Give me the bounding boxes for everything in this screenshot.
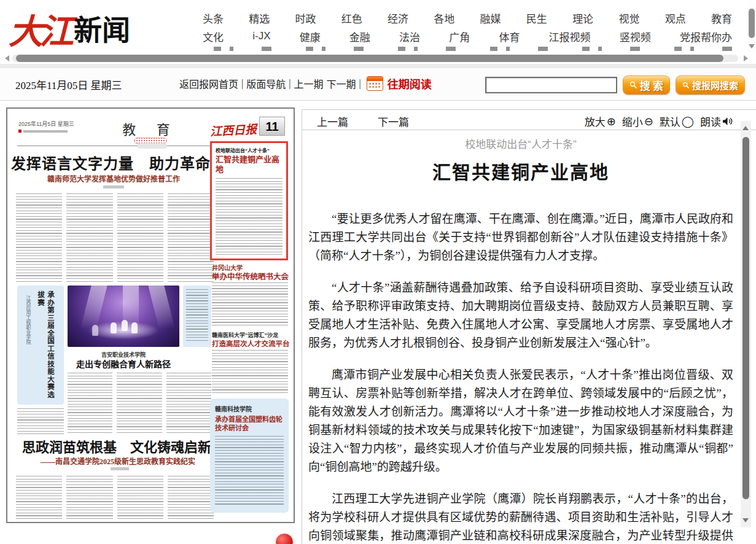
horizontal-scrollbar[interactable] (4, 54, 748, 63)
article-paragraph: 鹰潭市铜产业发展中心相关负责人张爱民表示，“人才十条”推出岗位晋级、双聘互认、房… (308, 366, 733, 476)
paper-author-blur (111, 467, 129, 470)
paper-photo-headline: 走出专创融合育人新路径 (68, 357, 179, 370)
paper-plastic-gear-kicker: 赣南科技学院 (215, 404, 284, 413)
selected-article-title: 汇智共建铜产业高地 (216, 155, 283, 174)
newsprint-text-block (216, 178, 283, 257)
scrollbar-thumb[interactable] (16, 55, 723, 62)
paper-photo-caption-box (183, 286, 211, 347)
scrollbar-thumb[interactable] (749, 9, 755, 38)
nav-item[interactable]: 视觉 (618, 10, 639, 26)
zoom-out-icon: ⊖ (644, 116, 653, 127)
nav-item[interactable]: 体育 (499, 29, 520, 44)
scrollbar-track[interactable] (12, 55, 738, 62)
article-kicker: 校地联动出台“人才十条” (308, 136, 733, 151)
paper-subhead-bottom: ——南昌交通学院2025级新生思政教育实践纪实 (22, 456, 214, 467)
paper-section-title: 教 育 (81, 119, 220, 138)
scroll-down-arrow-icon[interactable] (749, 44, 755, 49)
nav-item[interactable]: 竖视频 (620, 29, 651, 44)
paper-vertical-headline: 承办第三届全国工信技能大赛选拔赛 (36, 291, 55, 405)
newsprint-text-block (68, 373, 211, 433)
nav-item[interactable]: 理论 (572, 10, 593, 26)
nav-item[interactable]: 各地 (434, 10, 454, 26)
dancer-figure (131, 322, 138, 333)
nav-item[interactable]: 观点 (665, 10, 686, 26)
selected-article-kicker: 校地联动出台“人才十条” (216, 147, 283, 153)
nav-item[interactable]: i-JX (252, 30, 270, 42)
scroll-down-arrow-icon[interactable] (742, 518, 749, 523)
page-navigation-link[interactable]: 版面导航 (246, 76, 286, 91)
previous-issue-link[interactable]: 上一期 (294, 76, 323, 91)
logo-brand-black: 新闻 (74, 14, 130, 46)
article-paragraph: “人才十条”涵盖薪酬待遇叠加政策、给予自设科研项目资助、享受业绩互认政策、给予职… (308, 279, 733, 352)
search-input[interactable] (485, 77, 617, 93)
nav-item[interactable]: 民生 (526, 10, 547, 26)
selected-article-box[interactable]: 校地联动出台“人才十条” 汇智共建铜产业高地 (210, 141, 288, 260)
nav-item[interactable]: 精选 (249, 10, 270, 26)
nav-item[interactable]: 广角 (449, 29, 470, 44)
search-button[interactable]: 搜 索 (623, 76, 670, 95)
paper-headline-main: 发挥语言文字力量 助力革命老区振兴 (11, 152, 216, 173)
newsprint-text-block (16, 476, 214, 519)
separator: | (289, 78, 290, 89)
zoom-in-button[interactable]: 放大 ⊕ (585, 114, 616, 129)
newspaper-page-image[interactable]: 2025年11月5日 星期三 教 育 江西日报 11 发挥语言文字力量 助力革命… (6, 107, 295, 523)
reader-controls: 放大 ⊕ 缩小 ⊖ 默认 ◯ 朗读 (585, 114, 733, 129)
back-to-site-link[interactable]: 返回报网首页 (179, 76, 238, 91)
article-vertical-scrollbar[interactable] (741, 121, 751, 527)
paper-rule-pill (138, 143, 167, 149)
newsprint-text-block (17, 408, 64, 434)
nav-row-1: 头条 精选 时政 红色 经济 各地 融媒 民生 理论 视觉 观点 教育 (203, 9, 732, 27)
contact-text-blur (23, 130, 68, 133)
article-paragraph: 江西理工大学先进铜产业学院（鹰潭）院长肖翔鹏表示，“人才十条”的出台，将为学校科… (308, 490, 733, 544)
scroll-left-arrow-icon[interactable] (5, 55, 9, 61)
current-date: 2025年11月05日 星期三 (15, 77, 122, 92)
scroll-up-arrow-icon[interactable] (742, 126, 749, 130)
nav-row-2: 文化 i-JX 健康 金融 法治 广角 体育 江报视频 竖视频 党报帮你办 (203, 27, 732, 45)
site-search-button[interactable]: 搜报网搜索 (676, 76, 745, 95)
default-size-button[interactable]: 默认 ◯ (660, 114, 694, 129)
main-nav: 头条 精选 时政 红色 经济 各地 融媒 民生 理论 视觉 观点 教育 文化 i… (203, 9, 732, 51)
paper-vertical-label: 江西应用工程职业学院 (25, 295, 31, 344)
nav-item[interactable]: 融媒 (480, 10, 501, 26)
stage-performance-photo (68, 286, 179, 347)
nav-item[interactable]: 教育 (711, 10, 732, 26)
scrollbar-thumb[interactable] (742, 137, 749, 499)
paper-headline-bottom: 思政润苗筑根基 文化铸魂启新程 (22, 436, 214, 456)
floating-red-button[interactable] (275, 533, 294, 544)
dancer-figure (92, 325, 98, 336)
previous-article-link[interactable]: 上一篇 (317, 114, 348, 129)
paper-vertical-article-box: 江西应用工程职业学院 承办第三届全国工信技能大赛选拔赛 (17, 286, 64, 405)
nav-item[interactable]: 党报帮你办 (680, 29, 732, 44)
calendar-icon-grid (368, 82, 381, 89)
article-body: “要让更多优秀人才留在鹰潭、干在鹰潭、创在鹰潭。”近日，鹰潭市人民政府和江西理工… (308, 210, 733, 544)
nav-item[interactable]: 红色 (341, 10, 362, 26)
newsprint-text-block (16, 193, 214, 283)
site-header: 大江新闻 头条 精选 时政 红色 经济 各地 融媒 民生 理论 视觉 观点 教育… (0, 0, 756, 54)
nav-item[interactable]: 头条 (203, 10, 224, 26)
nav-item[interactable]: 时政 (295, 10, 316, 26)
next-issue-link[interactable]: 下一期 (326, 76, 356, 91)
site-logo[interactable]: 大江新闻 (9, 4, 130, 53)
calendar-icon[interactable] (367, 76, 383, 91)
dancer-figure (122, 320, 128, 331)
scroll-right-arrow-icon[interactable] (744, 55, 748, 61)
search-icon (682, 82, 690, 89)
past-issues-link[interactable]: 往期阅读 (388, 76, 432, 91)
nav-item[interactable]: 健康 (300, 29, 321, 44)
article-content: 校地联动出台“人才十条” 汇智共建铜产业高地 “要让更多优秀人才留在鹰潭、干在鹰… (308, 136, 733, 544)
nav-item[interactable]: 经济 (388, 10, 408, 26)
next-article-link[interactable]: 下一篇 (378, 114, 409, 129)
nav-item[interactable]: 法治 (399, 29, 420, 44)
nav-item[interactable]: 金融 (349, 29, 370, 44)
newsprint-text-block (212, 350, 288, 394)
nav-item[interactable]: 江报视频 (549, 29, 591, 44)
nav-item[interactable]: 文化 (203, 29, 224, 44)
page-vertical-scrollbar[interactable] (748, 1, 755, 53)
calendar-icon-top (367, 77, 383, 81)
logo-brand-red: 大江 (9, 11, 70, 52)
read-aloud-button[interactable]: 朗读 (700, 114, 733, 129)
default-size-label: 默认 (660, 114, 680, 129)
zoom-in-icon: ⊕ (607, 116, 616, 127)
zoom-out-button[interactable]: 缩小 ⊖ (622, 114, 653, 129)
paper-author-blur (103, 185, 124, 188)
